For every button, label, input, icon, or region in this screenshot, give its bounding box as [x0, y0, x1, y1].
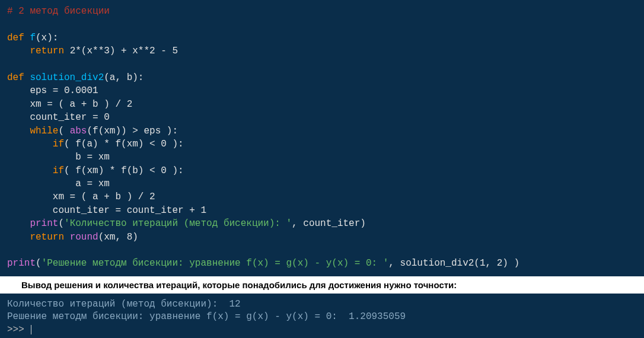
func-name-solution: solution_div2	[30, 72, 104, 83]
kw-def: def	[7, 33, 30, 43]
code-text: ( f(a) * f(xm) < 0 ):	[64, 139, 184, 149]
string-literal: 'Решение методм бисекции: уравнение f(x)…	[42, 258, 389, 269]
code-comment: # 2 метод бисекции	[7, 6, 110, 17]
cursor-icon	[31, 325, 31, 334]
code-text: , solution_div2(1, 2) )	[388, 258, 519, 269]
kw-def: def	[7, 72, 30, 83]
code-text: (	[58, 218, 64, 229]
code-text: (	[58, 126, 69, 136]
code-text: (f(xm)) > eps ):	[87, 126, 178, 136]
repl-prompt[interactable]: >>>	[7, 324, 30, 335]
string-literal: 'Количество итераций (метод бисекции): '	[64, 218, 292, 229]
func-name-f: f	[30, 33, 36, 43]
code-text: ( f(xm) * f(b) < 0 ):	[64, 165, 184, 176]
code-editor: # 2 метод бисекции def f(x): return 2*(x…	[0, 0, 644, 276]
code-text: 2*(x**3) + x**2 - 5	[70, 46, 178, 56]
console-output: Количество итераций (метод бисекции): 12…	[0, 294, 644, 338]
code-text: count_iter = count_iter + 1	[7, 205, 206, 216]
code-text: (	[36, 258, 42, 269]
kw-if: if	[7, 139, 64, 149]
output-caption: Вывод решения и количества итераций, кот…	[0, 276, 644, 294]
code-text: eps = 0.0001	[7, 85, 98, 96]
kw-return: return	[7, 232, 70, 243]
code-text: (xm, 8)	[98, 232, 138, 243]
builtin-print: print	[7, 258, 36, 269]
builtin-print: print	[7, 218, 58, 229]
kw-while: while	[7, 126, 58, 136]
console-line: Количество итераций (метод бисекции): 12	[7, 298, 637, 311]
builtin-abs: abs	[70, 126, 87, 136]
console-line: Решение методм бисекции: уравнение f(x) …	[7, 311, 637, 324]
code-text: (x):	[36, 33, 58, 43]
kw-if: if	[7, 165, 64, 176]
kw-return: return	[7, 46, 70, 56]
builtin-round: round	[70, 232, 98, 243]
code-text: count_iter = 0	[7, 112, 110, 123]
code-text: , count_iter)	[292, 218, 366, 229]
code-text: a = xm	[7, 178, 110, 189]
code-text: (a, b):	[104, 72, 144, 83]
code-text: xm = ( a + b ) / 2	[7, 192, 155, 202]
code-text: xm = ( a + b ) / 2	[7, 99, 132, 110]
code-text: b = xm	[7, 152, 110, 162]
